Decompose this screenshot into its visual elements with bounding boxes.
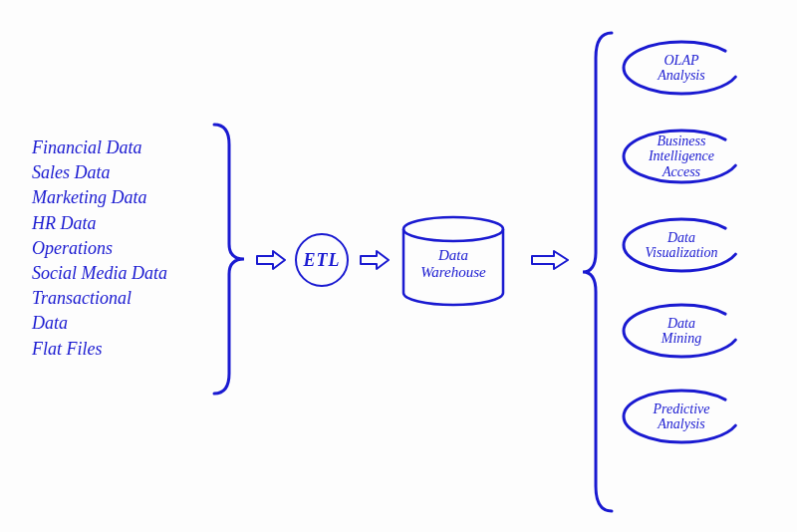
output-line: Business (657, 133, 705, 148)
arrow-icon (359, 249, 391, 271)
bracket-left-icon (209, 120, 249, 399)
data-sources-list: Financial Data Sales Data Marketing Data… (32, 135, 211, 362)
source-item: Financial Data (32, 135, 211, 160)
output-line: Predictive (653, 401, 709, 416)
source-item: Flat Files (32, 337, 211, 362)
output-line: Visualization (646, 245, 718, 260)
output-olap-analysis: OLAP Analysis (618, 38, 745, 98)
source-item: Sales Data (32, 160, 211, 185)
source-item: HR Data (32, 211, 211, 236)
source-item: Operations (32, 236, 211, 261)
warehouse-line: Warehouse (420, 264, 486, 280)
output-data-mining: Data Mining (618, 301, 745, 361)
output-line: Mining (662, 331, 701, 346)
output-data-visualization: Data Visualization (618, 215, 745, 275)
output-predictive-analysis: Predictive Analysis (618, 387, 745, 446)
source-item: Data (32, 311, 211, 336)
outputs-column: OLAP Analysis Business Intelligence Acce… (618, 38, 777, 446)
data-warehouse-label: Data Warehouse (398, 247, 508, 282)
output-line: OLAP (664, 53, 698, 68)
etl-label: ETL (304, 250, 341, 271)
arrow-icon (530, 249, 570, 271)
source-item: Marketing Data (32, 185, 211, 210)
output-line: Analysis (658, 68, 704, 83)
output-line: Analysis (658, 416, 704, 431)
output-line: Intelligence (649, 148, 714, 163)
bracket-right-icon (580, 28, 616, 516)
arrow-icon (255, 249, 287, 271)
output-business-intelligence: Business Intelligence Access (618, 124, 745, 189)
warehouse-line: Data (438, 247, 468, 263)
svg-point-0 (403, 217, 503, 241)
output-line: Data (667, 230, 695, 245)
source-item: Transactional (32, 286, 211, 311)
etl-node: ETL (295, 233, 349, 287)
output-line: Access (663, 164, 700, 179)
source-item: Social Media Data (32, 261, 211, 286)
output-line: Data (667, 316, 695, 331)
